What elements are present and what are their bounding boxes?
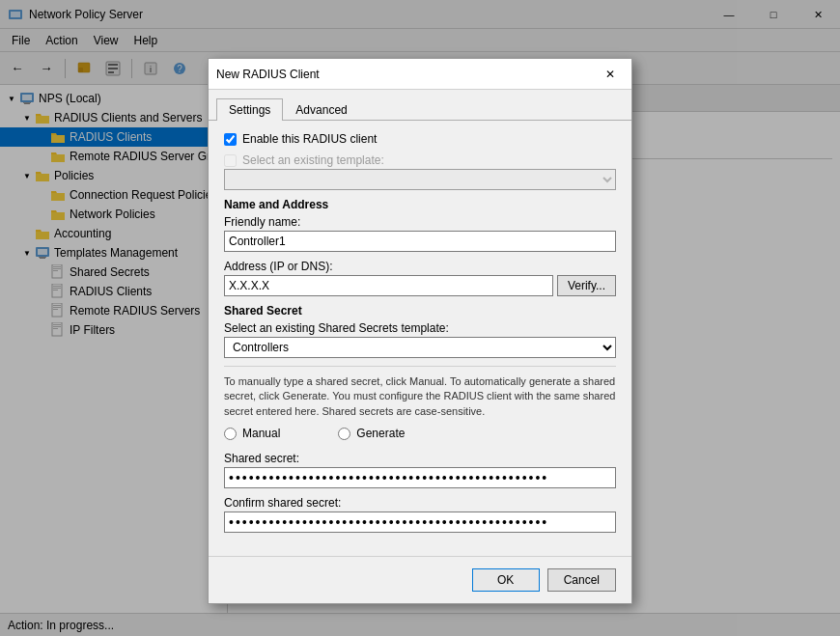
manual-label: Manual [242, 427, 280, 440]
shared-secret-input[interactable] [224, 467, 616, 488]
confirm-label: Confirm shared secret: [224, 496, 616, 510]
tab-settings[interactable]: Settings [216, 98, 283, 121]
enable-checkbox[interactable] [224, 133, 237, 146]
ss-template-label: Select an existing Shared Secrets templa… [224, 321, 616, 335]
address-input[interactable] [224, 275, 553, 296]
shared-secret-info: To manually type a shared secret, click … [224, 366, 616, 419]
manual-radio[interactable] [224, 428, 237, 440]
dialog-close-button[interactable]: ✕ [597, 63, 624, 86]
section-shared-secret: Shared Secret [224, 304, 616, 318]
friendly-name-label: Friendly name: [224, 215, 616, 229]
ok-button[interactable]: OK [472, 568, 540, 592]
enable-label: Enable this RADIUS client [242, 132, 377, 146]
section-name-address: Name and Address [224, 198, 616, 211]
template-dropdown[interactable] [224, 169, 616, 190]
generate-radio[interactable] [338, 428, 350, 440]
confirm-secret-input[interactable] [224, 512, 616, 533]
enable-checkbox-row: Enable this RADIUS client [224, 132, 616, 146]
secret-label: Shared secret: [224, 452, 616, 465]
generate-radio-row: Generate [338, 427, 405, 440]
address-label: Address (IP or DNS): [224, 260, 616, 273]
modal-overlay: New RADIUS Client ✕ Settings Advanced En… [0, 0, 840, 636]
ss-template-dropdown[interactable]: Controllers [224, 337, 616, 358]
generate-label: Generate [356, 427, 405, 440]
dialog-footer: OK Cancel [209, 556, 631, 603]
template-label: Select an existing template: [242, 153, 384, 167]
tab-advanced[interactable]: Advanced [283, 98, 359, 121]
template-checkbox-row: Select an existing template: [224, 153, 616, 167]
manual-radio-row: Manual [224, 427, 280, 440]
dialog-tabs: Settings Advanced [209, 90, 631, 121]
verify-button[interactable]: Verify... [557, 275, 616, 296]
template-checkbox[interactable] [224, 154, 237, 167]
new-radius-client-dialog: New RADIUS Client ✕ Settings Advanced En… [208, 58, 632, 604]
dialog-title: New RADIUS Client [216, 68, 597, 81]
cancel-button[interactable]: Cancel [547, 568, 616, 592]
dialog-content: Enable this RADIUS client Select an exis… [209, 121, 631, 552]
friendly-name-input[interactable] [224, 231, 616, 252]
dialog-title-bar: New RADIUS Client ✕ [209, 59, 631, 90]
